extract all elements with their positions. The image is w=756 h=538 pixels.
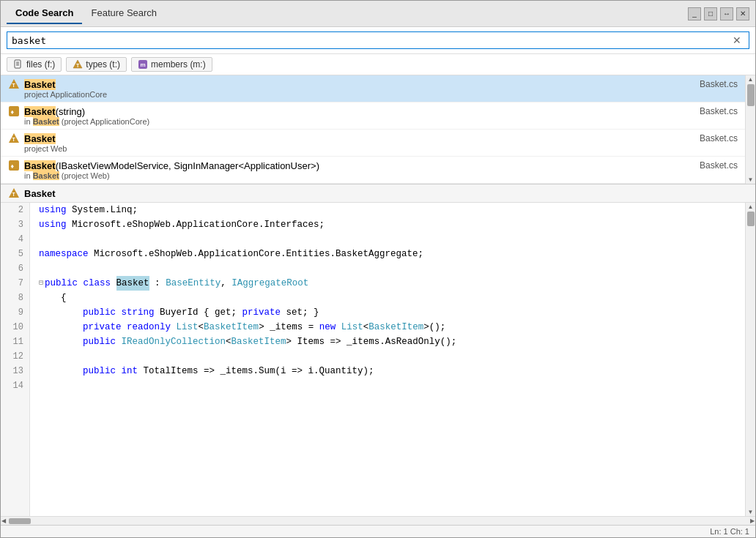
filter-files-label: files (f:): [26, 59, 55, 70]
code-line: [39, 261, 736, 276]
result-item[interactable]: ♦ Basket(string) Basket.cs in Basket (pr…: [1, 102, 745, 130]
code-line: namespace Microsoft.eShopWeb.Application…: [39, 247, 736, 261]
code-preview: T Basket 2 3 4 5 6 7 8 9 10 11 12 13: [1, 184, 755, 525]
code-hscrollbar[interactable]: ◀ ▶: [1, 516, 755, 525]
file-icon: [13, 59, 23, 70]
code-lines: using System.Linq; using Microsoft.eShop…: [30, 203, 745, 516]
code-area-wrap: 2 3 4 5 6 7 8 9 10 11 12 13 14 using Sys…: [1, 203, 755, 516]
code-line: [39, 349, 736, 364]
code-line: {: [39, 291, 736, 305]
svg-text:T: T: [12, 192, 16, 197]
result-name: Basket: [24, 133, 700, 144]
results-list: T Basket Basket.cs project ApplicationCo…: [1, 75, 745, 184]
filter-files-button[interactable]: files (f:): [7, 57, 62, 72]
svg-text:♦: ♦: [11, 162, 15, 170]
tab-feature-search[interactable]: Feature Search: [82, 3, 166, 24]
basket-constructor-icon-2: ♦: [8, 160, 20, 171]
preview-type-icon: T: [8, 187, 20, 199]
svg-text:T: T: [76, 63, 80, 68]
svg-text:♦: ♦: [11, 108, 15, 116]
code-line: public string BuyerId { get; private set…: [39, 305, 736, 320]
result-file: Basket.cs: [700, 79, 738, 89]
title-bar: Code Search Feature Search _ □ ↔ ✕: [1, 1, 755, 27]
code-area[interactable]: 2 3 4 5 6 7 8 9 10 11 12 13 14 using Sys…: [1, 203, 745, 516]
status-bar: Ln: 1 Ch: 1: [1, 525, 755, 537]
fold-button[interactable]: ⊟: [39, 276, 43, 291]
result-file: Basket.cs: [700, 133, 738, 143]
code-line: private readonly List<BasketItem> _items…: [39, 320, 736, 335]
code-line: using Microsoft.eShopWeb.ApplicationCore…: [39, 217, 736, 232]
svg-text:T: T: [12, 137, 16, 142]
result-item[interactable]: ♦ Basket(IBasketViewModelService, SignIn…: [1, 157, 745, 184]
preview-header: T Basket: [1, 184, 755, 203]
filter-bar: files (f:) T types (t:) m members (m:): [1, 54, 755, 75]
code-line: [39, 378, 736, 393]
basket-constructor-icon: ♦: [8, 105, 20, 117]
code-line: [39, 232, 736, 247]
code-line: ⊟public class Basket : BaseEntity, IAggr…: [39, 276, 736, 291]
preview-title: Basket: [24, 188, 56, 199]
result-sub: project Web: [8, 144, 67, 153]
filter-members-label: members (m:): [151, 59, 206, 70]
clear-button[interactable]: ✕: [730, 34, 744, 46]
minimize-button[interactable]: _: [688, 7, 701, 20]
result-file: Basket.cs: [700, 106, 738, 116]
status-right: Ln: 1 Ch: 1: [710, 527, 749, 536]
line-numbers: 2 3 4 5 6 7 8 9 10 11 12 13 14: [1, 203, 30, 516]
types-icon: T: [73, 59, 83, 70]
result-item[interactable]: T Basket Basket.cs project ApplicationCo…: [1, 75, 745, 102]
restore-button[interactable]: □: [704, 7, 717, 20]
result-name: Basket(string): [24, 106, 700, 117]
result-file: Basket.cs: [700, 160, 738, 171]
filter-types-label: types (t:): [86, 59, 120, 70]
filter-types-button[interactable]: T types (t:): [66, 57, 127, 72]
search-bar: ✕: [1, 27, 755, 54]
basket-type-icon: T: [8, 78, 20, 90]
result-sub: project ApplicationCore: [8, 90, 107, 99]
filter-members-button[interactable]: m members (m:): [131, 57, 212, 72]
window-controls: _ □ ↔ ✕: [688, 7, 749, 20]
result-item[interactable]: T Basket Basket.cs project Web: [1, 130, 745, 157]
tab-code-search[interactable]: Code Search: [7, 3, 82, 24]
search-input[interactable]: [12, 35, 730, 46]
result-sub: in Basket (project ApplicationCore): [8, 117, 149, 126]
code-line: using System.Linq;: [39, 203, 736, 217]
results-section: T Basket Basket.cs project ApplicationCo…: [1, 75, 755, 184]
results-scrollbar[interactable]: ▲ ▼: [745, 75, 755, 184]
result-name: Basket(IBasketViewModelService, SignInMa…: [24, 160, 700, 171]
code-line: public IReadOnlyCollection<BasketItem> I…: [39, 335, 736, 349]
members-icon: m: [138, 59, 148, 70]
close-button[interactable]: ✕: [736, 7, 749, 20]
search-input-wrap: ✕: [7, 31, 749, 49]
pin-button[interactable]: ↔: [720, 7, 733, 20]
code-line: public int TotalItems => _items.Sum(i =>…: [39, 364, 736, 378]
result-sub: in Basket (project Web): [8, 171, 110, 180]
svg-text:m: m: [141, 61, 146, 68]
basket-type-icon-2: T: [8, 132, 20, 144]
main-window: Code Search Feature Search _ □ ↔ ✕ ✕ fil…: [0, 0, 756, 538]
code-scrollbar[interactable]: ▲ ▼: [745, 203, 755, 516]
result-name: Basket: [24, 79, 700, 90]
svg-text:T: T: [12, 83, 16, 88]
